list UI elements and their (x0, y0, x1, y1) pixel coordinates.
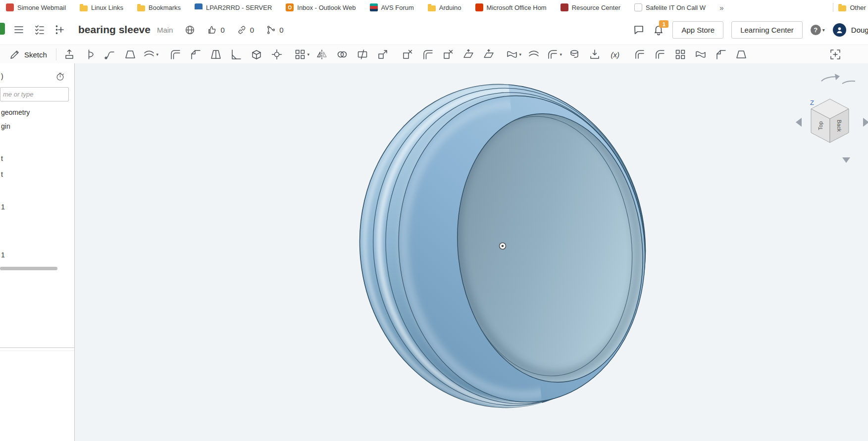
hem-icon (695, 49, 707, 60)
draft-button[interactable] (206, 47, 226, 62)
rib-icon (230, 49, 242, 60)
corner-break-button[interactable] (711, 47, 731, 62)
view-left-arrow-icon[interactable] (796, 118, 802, 127)
sweep-button[interactable] (100, 47, 120, 62)
view-down-arrow-icon[interactable] (842, 157, 850, 163)
learning-center-button[interactable]: Learning Center (731, 21, 803, 39)
help-menu-button[interactable]: ? ▾ (811, 25, 825, 35)
versions-history-icon[interactable] (34, 24, 46, 36)
hole-icon (271, 49, 283, 60)
origin-marker[interactable] (500, 243, 506, 249)
bookmark-item[interactable]: Microsoft Office Hom (475, 3, 547, 11)
shell-button[interactable] (247, 47, 267, 62)
bookmark-label: Linux Links (91, 4, 123, 11)
tree-item[interactable]: 1 (1, 249, 73, 261)
rotate-cw-arrow-icon[interactable] (842, 81, 855, 84)
hem-button[interactable] (691, 47, 711, 62)
fillet-button[interactable] (165, 47, 186, 62)
model-viewport[interactable]: Z Top Back (75, 63, 868, 441)
bookmark-item[interactable]: Bookmarks (137, 4, 181, 11)
user-name: Doug I (851, 26, 868, 34)
comments-icon[interactable] (633, 24, 645, 36)
model-canvas[interactable] (75, 63, 868, 441)
mirror-button[interactable] (312, 47, 332, 62)
variable-button[interactable]: (x) (605, 47, 625, 62)
offset-surface-button[interactable] (524, 47, 544, 62)
app-store-button[interactable]: App Store (672, 21, 723, 39)
insert-new-item-icon[interactable] (54, 24, 66, 36)
tree-item-label: t (1, 170, 3, 178)
bookmark-item[interactable]: Resource Center (561, 3, 620, 11)
user-avatar[interactable] (833, 23, 846, 37)
bookmarks-overflow-chevron[interactable]: » (719, 3, 723, 12)
notifications-button[interactable]: 1 (653, 24, 664, 36)
import-button[interactable] (585, 47, 605, 62)
delete-part-icon (402, 49, 413, 60)
rollback-history-icon[interactable] (55, 72, 65, 81)
loft-button[interactable] (120, 47, 141, 62)
sketch-button[interactable]: Sketch (3, 47, 53, 62)
tree-item[interactable]: 1 (1, 201, 73, 213)
bookmark-item[interactable]: LPAR2RRD - SERVER (195, 3, 272, 11)
tree-item[interactable]: t (1, 168, 73, 180)
links-button[interactable]: 0 (237, 25, 254, 35)
bookmark-item[interactable]: Safelite IT On Call W (634, 3, 706, 11)
share-visibility-button[interactable] (185, 25, 195, 35)
other-bookmarks-button[interactable]: Other bo (838, 4, 868, 11)
tab-button[interactable] (670, 47, 691, 62)
custom-feature-button[interactable] (825, 47, 845, 62)
thicken-button[interactable] (141, 47, 161, 62)
delete-face-button[interactable] (438, 47, 459, 62)
view-right-arrow-icon[interactable] (863, 118, 868, 127)
bookmarks-separator (833, 3, 833, 12)
bookmark-item[interactable]: Arduino (428, 4, 461, 11)
bookmark-item[interactable]: Simone Webmail (6, 3, 66, 11)
copies-button[interactable]: 0 (266, 25, 283, 35)
draft-icon (210, 49, 222, 60)
workspace-label[interactable]: Main (157, 26, 173, 34)
rotate-ccw-arrow-icon[interactable] (821, 77, 836, 81)
tree-item-default-geometry[interactable]: geometry (1, 106, 73, 118)
bookmark-item[interactable]: Linux Links (80, 4, 123, 11)
document-title[interactable]: bearing sleeve (78, 24, 151, 36)
move-face-button[interactable] (459, 47, 479, 62)
modify-fillet-button[interactable] (418, 47, 438, 62)
tree-item-origin[interactable]: gin (1, 120, 73, 132)
fill-surface-button[interactable] (504, 47, 524, 62)
feature-filter-input[interactable] (0, 87, 69, 101)
crosshair-icon (829, 49, 841, 60)
horizontal-scrollbar[interactable] (0, 267, 57, 270)
flange-button[interactable] (650, 47, 670, 62)
replace-face-button[interactable] (479, 47, 499, 62)
thicken-sheet-button[interactable] (630, 47, 650, 62)
revolve-icon (84, 49, 96, 60)
panel-splitter[interactable] (0, 347, 74, 351)
likes-button[interactable]: 0 (207, 25, 224, 35)
view-cube[interactable]: Z Top Back (783, 70, 868, 177)
helix-button[interactable] (564, 47, 585, 62)
bookmark-label: Simone Webmail (17, 4, 66, 11)
transform-button[interactable] (373, 47, 393, 62)
globe-icon (185, 25, 195, 35)
fill-surface-icon (506, 49, 518, 60)
revolve-button[interactable] (80, 47, 100, 62)
linear-pattern-button[interactable] (292, 47, 312, 62)
sheet-metal-model-button[interactable] (544, 47, 564, 62)
boolean-button[interactable] (332, 47, 353, 62)
hole-button[interactable] (267, 47, 287, 62)
flat-pattern-button[interactable] (731, 47, 752, 62)
hamburger-menu-icon[interactable] (13, 24, 25, 36)
shell-icon (251, 49, 262, 60)
delete-part-button[interactable] (398, 47, 418, 62)
rib-button[interactable] (226, 47, 247, 62)
app-logo-fragment (0, 23, 5, 35)
split-icon (357, 49, 368, 60)
bookmark-item[interactable]: Inbox - Outlook Web (286, 3, 356, 11)
bookmark-item[interactable]: AVS Forum (370, 3, 414, 11)
bookmark-label: AVS Forum (381, 4, 414, 11)
tree-item[interactable]: t (1, 152, 73, 164)
extrude-button[interactable] (59, 47, 80, 62)
bookmark-label: Bookmarks (149, 4, 181, 11)
split-button[interactable] (353, 47, 373, 62)
chamfer-button[interactable] (186, 47, 206, 62)
